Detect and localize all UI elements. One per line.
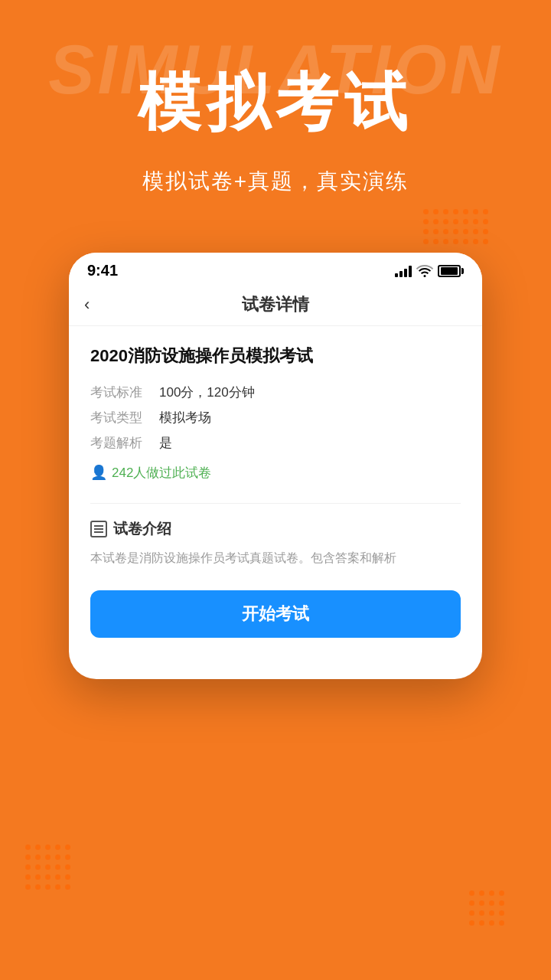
participants-text: 242人做过此试卷 (112, 464, 211, 482)
exam-standard-label: 考试标准 (90, 384, 159, 401)
back-button[interactable]: ‹ (84, 295, 90, 315)
exam-analysis-value: 是 (159, 434, 172, 452)
exam-analysis-row: 考题解析 是 (90, 434, 461, 452)
intro-icon (90, 521, 107, 537)
nav-title: 试卷详情 (242, 293, 309, 316)
status-icons (395, 265, 464, 277)
dot-grid-bottom-left (23, 842, 115, 934)
person-icon: 👤 (90, 464, 107, 481)
intro-section: 试卷介绍 本试卷是消防设施操作员考试真题试卷。包含答案和解析 (90, 519, 461, 568)
intro-description: 本试卷是消防设施操作员考试真题试卷。包含答案和解析 (90, 548, 461, 568)
exam-analysis-label: 考题解析 (90, 434, 159, 452)
page-main-title: 模拟考试 (0, 61, 551, 145)
exam-type-label: 考试类型 (90, 409, 159, 426)
wifi-icon (416, 265, 433, 277)
intro-section-title: 试卷介绍 (113, 519, 171, 539)
participants-row: 👤 242人做过此试卷 (90, 464, 461, 482)
nav-bar: ‹ 试卷详情 (69, 284, 482, 326)
exam-type-value: 模拟考场 (159, 409, 211, 426)
signal-icon (395, 265, 412, 277)
status-bar: 9:41 (69, 253, 482, 284)
battery-icon (438, 265, 464, 277)
page-subtitle: 模拟试卷+真题，真实演练 (0, 167, 551, 196)
exam-title: 2020消防设施操作员模拟考试 (90, 345, 461, 368)
exam-standard-row: 考试标准 100分，120分钟 (90, 384, 461, 401)
intro-header: 试卷介绍 (90, 519, 461, 539)
exam-type-row: 考试类型 模拟考场 (90, 409, 461, 426)
content-area: 2020消防设施操作员模拟考试 考试标准 100分，120分钟 考试类型 模拟考… (69, 326, 482, 656)
exam-standard-value: 100分，120分钟 (159, 384, 255, 401)
phone-mockup: 9:41 ‹ 试卷详情 (69, 253, 482, 679)
dot-grid-bottom-right (467, 888, 528, 949)
start-exam-button[interactable]: 开始考试 (90, 590, 461, 638)
section-divider (90, 503, 461, 504)
status-time: 9:41 (87, 262, 118, 279)
